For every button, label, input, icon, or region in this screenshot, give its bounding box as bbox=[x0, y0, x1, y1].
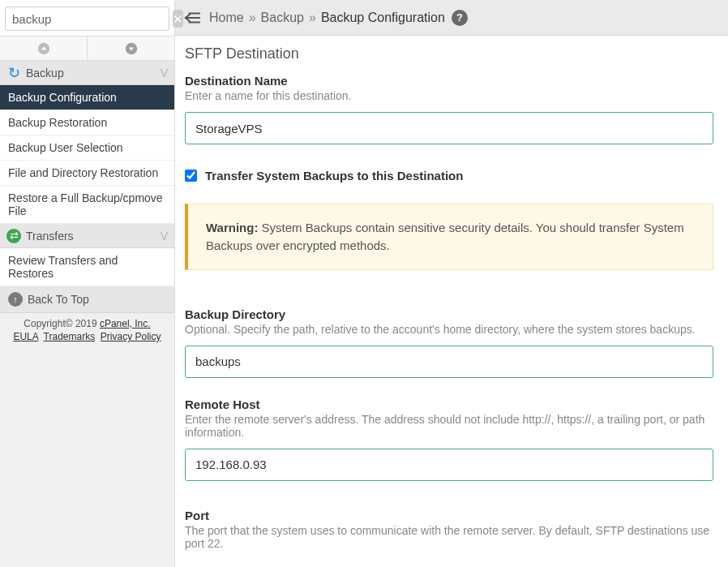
sidebar-item-label: Review Transfers and Restores bbox=[8, 254, 166, 280]
port-help: The port that the system uses to communi… bbox=[185, 524, 713, 550]
nav-section-transfers[interactable]: ⇄ Transfers ⋁ bbox=[0, 224, 174, 248]
sidebar-item-label: Backup Configuration bbox=[8, 91, 117, 104]
triangle-up-icon bbox=[37, 42, 50, 55]
backup-directory-help: Optional. Specify the path, relative to … bbox=[185, 323, 713, 336]
sidebar-item-back-to-top[interactable]: ↑ Back To Top bbox=[0, 286, 174, 313]
remote-host-help: Enter the remote server's address. The a… bbox=[185, 413, 713, 439]
nav-section-backup[interactable]: ↻ Backup ⋁ bbox=[0, 61, 174, 85]
sidebar-item-label: Restore a Full Backup/cpmove File bbox=[8, 191, 166, 217]
breadcrumb-current: Backup Configuration bbox=[321, 11, 445, 25]
transfers-icon: ⇄ bbox=[6, 229, 21, 243]
port-label: Port bbox=[185, 509, 713, 522]
transfer-backups-label: Transfer System Backups to this Destinat… bbox=[205, 169, 463, 183]
breadcrumb-sep: » bbox=[309, 11, 316, 25]
main: Home » Backup » Backup Configuration ? S… bbox=[175, 0, 728, 567]
page-title: SFTP Destination bbox=[185, 45, 713, 62]
back-icon[interactable] bbox=[183, 10, 201, 26]
cpanel-link[interactable]: cPanel, Inc. bbox=[100, 318, 151, 329]
trademarks-link[interactable]: Trademarks bbox=[44, 331, 96, 342]
nav-section-label: Transfers bbox=[26, 230, 74, 243]
sidebar-collapse-controls bbox=[0, 37, 174, 61]
chevron-down-icon: ⋁ bbox=[161, 67, 168, 78]
sidebar-item-backup-user-selection[interactable]: Backup User Selection bbox=[0, 135, 174, 161]
search-box: ✕ bbox=[5, 6, 169, 31]
breadcrumb-sep: » bbox=[249, 11, 256, 25]
copyright-text: Copyright© 2019 bbox=[24, 318, 100, 329]
destination-name-input[interactable] bbox=[185, 112, 713, 144]
menu-back-icon bbox=[183, 10, 201, 26]
sidebar-item-label: Back To Top bbox=[28, 293, 89, 306]
sidebar-item-label: File and Directory Restoration bbox=[8, 166, 158, 179]
sidebar-item-file-directory-restoration[interactable]: File and Directory Restoration bbox=[0, 161, 174, 186]
breadcrumb-home[interactable]: Home bbox=[209, 11, 244, 25]
help-icon[interactable]: ? bbox=[452, 10, 468, 26]
transfer-backups-checkbox[interactable] bbox=[185, 170, 197, 182]
sidebar-item-backup-configuration[interactable]: Backup Configuration bbox=[0, 85, 174, 110]
sidebar-item-backup-restoration[interactable]: Backup Restoration bbox=[0, 110, 174, 135]
refresh-icon: ↻ bbox=[6, 66, 21, 80]
backup-directory-label: Backup Directory bbox=[185, 307, 713, 321]
sidebar-item-label: Backup Restoration bbox=[8, 116, 107, 129]
remote-host-label: Remote Host bbox=[185, 397, 713, 411]
breadcrumb-backup[interactable]: Backup bbox=[261, 11, 304, 25]
collapse-up-icon[interactable] bbox=[0, 37, 87, 60]
remote-host-input[interactable] bbox=[185, 449, 713, 481]
destination-name-label: Destination Name bbox=[185, 74, 713, 88]
sidebar-item-label: Backup User Selection bbox=[8, 141, 123, 154]
search-input[interactable] bbox=[6, 12, 173, 26]
content: SFTP Destination Destination Name Enter … bbox=[175, 36, 728, 567]
sidebar-item-review-transfers-restores[interactable]: Review Transfers and Restores bbox=[0, 248, 174, 286]
warning-box: Warning: System Backups contain sensitiv… bbox=[185, 204, 713, 270]
eula-link[interactable]: EULA bbox=[13, 331, 38, 342]
breadcrumb: Home » Backup » Backup Configuration ? bbox=[175, 0, 728, 36]
sidebar-footer: Copyright© 2019 cPanel, Inc. EULA Tradem… bbox=[0, 313, 174, 350]
clear-search-icon[interactable]: ✕ bbox=[173, 10, 183, 28]
privacy-policy-link[interactable]: Privacy Policy bbox=[101, 331, 161, 342]
transfer-backups-row: Transfer System Backups to this Destinat… bbox=[185, 169, 713, 183]
collapse-down-icon[interactable] bbox=[87, 37, 174, 60]
backup-directory-input[interactable] bbox=[185, 346, 713, 378]
nav-section-label: Backup bbox=[26, 67, 64, 79]
triangle-down-icon bbox=[125, 42, 138, 55]
chevron-down-icon: ⋁ bbox=[161, 230, 168, 241]
search-wrap: ✕ bbox=[0, 0, 174, 37]
sidebar-item-restore-full-backup[interactable]: Restore a Full Backup/cpmove File bbox=[0, 186, 174, 224]
sidebar: ✕ ↻ Backup ⋁ Backup Configuration Backup… bbox=[0, 0, 175, 567]
warning-text: System Backups contain sensitive securit… bbox=[206, 221, 684, 252]
arrow-up-icon: ↑ bbox=[8, 292, 23, 307]
warning-strong: Warning: bbox=[206, 221, 258, 234]
destination-name-help: Enter a name for this destination. bbox=[185, 89, 713, 102]
